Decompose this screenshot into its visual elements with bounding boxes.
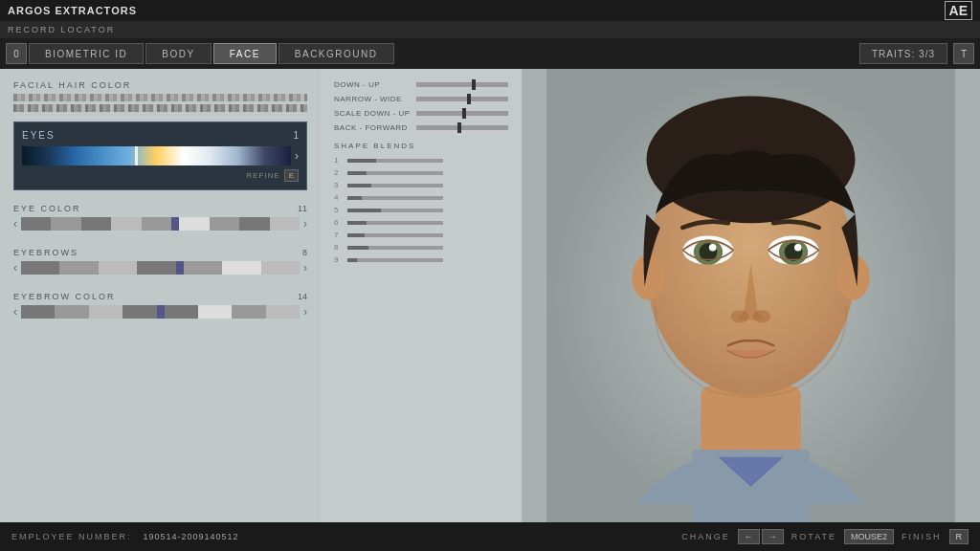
hair-slider-1[interactable]	[13, 94, 307, 101]
ctrl-slider-label-0: DOWN - UP	[334, 80, 411, 89]
change-next-btn[interactable]: →	[762, 529, 784, 544]
ctrl-slider-0[interactable]: DOWN - UP	[334, 80, 508, 89]
eyebrows-slider[interactable]	[21, 261, 300, 275]
eyes-slider-area: ›	[22, 146, 299, 165]
tab-background[interactable]: BACKGROUND	[278, 43, 394, 64]
ctrl-slider-label-1: NARROW - WIDE	[334, 95, 411, 103]
eyebrows-section: EYEBROWS 8 ‹ ›	[13, 244, 307, 278]
hair-slider-2[interactable]	[13, 104, 307, 112]
eyes-color-bar[interactable]	[22, 146, 291, 165]
blend-row-8[interactable]: 9	[334, 255, 508, 264]
eye-color-label: EYE COLOR	[13, 204, 81, 213]
blend-num-0: 1	[334, 156, 342, 165]
blend-num-6: 7	[334, 231, 342, 239]
finish-label: FINISH	[902, 532, 942, 541]
change-label: CHANGE	[681, 532, 730, 541]
eye-color-next[interactable]: ›	[303, 217, 307, 231]
mid-panel: DOWN - UP NARROW - WIDE SCALE DOWN - UP …	[321, 69, 522, 522]
ctrl-slider-1[interactable]: NARROW - WIDE	[334, 95, 508, 103]
eyebrows-next[interactable]: ›	[303, 261, 307, 275]
traits-key[interactable]: T	[953, 43, 974, 64]
blend-rows: 1 2 3 4 5 6	[334, 156, 508, 264]
eyebrow-color-slider[interactable]	[21, 305, 300, 319]
eyebrow-color-next[interactable]: ›	[303, 305, 307, 319]
ctrl-slider-label-2: SCALE DOWN - UP	[334, 109, 411, 118]
top-bar: ARGOS EXTRACTORS AE	[0, 0, 980, 21]
blend-track-4[interactable]	[347, 209, 443, 212]
eyebrow-color-slider-row: ‹ ›	[13, 305, 307, 319]
eye-color-slider-row: ‹ ›	[13, 217, 307, 231]
blend-row-5[interactable]: 6	[334, 218, 508, 227]
blend-track-0[interactable]	[347, 159, 443, 163]
finish-key[interactable]: R	[949, 529, 969, 544]
blend-num-5: 6	[334, 218, 342, 227]
nav-number: 0	[6, 43, 27, 64]
blend-row-1[interactable]: 2	[334, 168, 508, 177]
eye-color-prev[interactable]: ‹	[13, 217, 17, 231]
traits-tab: TRAITS: 3/3	[859, 43, 947, 64]
blend-num-2: 3	[334, 181, 342, 189]
eyebrow-color-prev[interactable]: ‹	[13, 305, 17, 319]
rotate-label: ROTATE	[791, 532, 836, 541]
blend-num-1: 2	[334, 168, 342, 177]
facial-hair-sliders	[13, 94, 307, 112]
tab-face[interactable]: FACE	[213, 43, 277, 64]
blend-num-3: 4	[334, 193, 342, 202]
eyes-label: EYES	[22, 130, 56, 141]
left-panel: FACIAL HAIR COLOR EYES 1 ›	[0, 69, 321, 522]
refine-area: REFINE E	[22, 169, 299, 182]
eyes-next-arrow[interactable]: ›	[295, 149, 299, 163]
record-locator-label: RECORD LOCATOR	[8, 25, 115, 34]
facial-hair-color-label: FACIAL HAIR COLOR	[13, 80, 307, 90]
tab-body[interactable]: BODY	[145, 43, 211, 64]
blend-row-4[interactable]: 5	[334, 206, 508, 214]
blend-row-3[interactable]: 4	[334, 193, 508, 202]
eyebrow-color-header: EYEBROW COLOR 14	[13, 292, 307, 301]
eye-color-slider[interactable]	[21, 217, 300, 231]
blend-row-6[interactable]: 7	[334, 231, 508, 239]
sub-bar: RECORD LOCATOR	[0, 21, 980, 38]
ctrl-slider-track-0[interactable]	[416, 82, 508, 87]
bottom-bar: EMPLOYEE NUMBER: 190514-2009140512 CHANG…	[0, 522, 980, 551]
refine-key[interactable]: E	[284, 169, 299, 182]
blend-track-8[interactable]	[347, 258, 443, 262]
blend-track-1[interactable]	[347, 171, 443, 175]
shape-blends-label: SHAPE BLENDS	[334, 142, 508, 150]
eyebrow-color-number: 14	[298, 292, 307, 301]
change-prev-btn[interactable]: ←	[738, 529, 760, 544]
rotate-key: MOUSE2	[844, 529, 894, 544]
eyebrows-prev[interactable]: ‹	[13, 261, 17, 275]
company-logo: AE	[945, 1, 972, 20]
blend-track-2[interactable]	[347, 184, 443, 187]
eyebrows-header: EYEBROWS 8	[13, 248, 307, 257]
refine-label: REFINE	[246, 171, 279, 180]
blend-track-7[interactable]	[347, 246, 443, 250]
ctrl-slider-track-3[interactable]	[416, 125, 508, 130]
ctrl-slider-2[interactable]: SCALE DOWN - UP	[334, 109, 508, 118]
svg-point-15	[731, 310, 749, 322]
eye-color-section: EYE COLOR 11 ‹	[13, 200, 307, 234]
blend-track-3[interactable]	[347, 196, 443, 200]
blend-track-6[interactable]	[347, 233, 443, 237]
employee-number: 190514-2009140512	[144, 532, 239, 541]
blend-track-5[interactable]	[347, 221, 443, 225]
eyebrows-label: EYEBROWS	[13, 248, 78, 257]
eyebrows-number: 8	[302, 248, 307, 257]
nav-tabs: 0 BIOMETRIC ID BODY FACE BACKGROUND TRAI…	[0, 38, 980, 69]
svg-point-16	[752, 310, 770, 322]
ctrl-slider-track-1[interactable]	[416, 97, 508, 101]
blend-row-2[interactable]: 3	[334, 181, 508, 189]
ctrl-slider-label-3: BACK - FORWARD	[334, 123, 411, 132]
tab-biometric-id[interactable]: BIOMETRIC ID	[29, 43, 144, 64]
company-title: ARGOS EXTRACTORS	[8, 5, 137, 16]
blend-num-8: 9	[334, 255, 342, 264]
change-buttons: ← →	[738, 529, 784, 544]
ctrl-slider-3[interactable]: BACK - FORWARD	[334, 123, 508, 132]
eye-color-header: EYE COLOR 11	[13, 204, 307, 213]
bottom-right-controls: CHANGE ← → ROTATE MOUSE2 FINISH R	[681, 529, 969, 544]
blend-num-7: 8	[334, 243, 342, 252]
ctrl-slider-track-2[interactable]	[416, 111, 508, 116]
blend-row-0[interactable]: 1	[334, 156, 508, 165]
character-display	[522, 69, 980, 522]
blend-row-7[interactable]: 8	[334, 243, 508, 252]
